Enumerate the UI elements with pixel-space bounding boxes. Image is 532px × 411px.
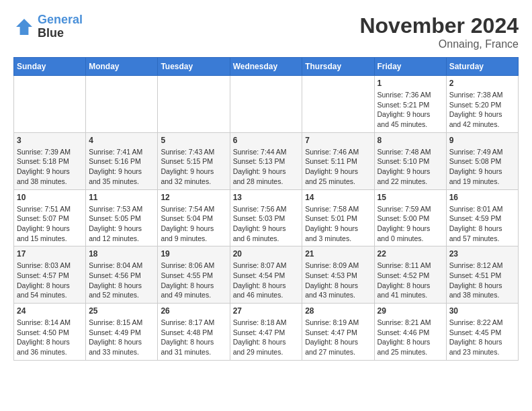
day-number: 18 [89, 249, 154, 259]
calendar-cell: 15Sunrise: 7:59 AM Sunset: 5:00 PM Dayli… [374, 189, 446, 246]
day-info: Sunrise: 8:21 AM Sunset: 4:46 PM Dayligh… [378, 318, 443, 357]
calendar-cell: 30Sunrise: 8:22 AM Sunset: 4:45 PM Dayli… [446, 304, 518, 361]
day-number: 29 [378, 306, 443, 316]
day-info: Sunrise: 7:44 AM Sunset: 5:13 PM Dayligh… [233, 147, 300, 187]
calendar-cell [302, 76, 374, 133]
day-info: Sunrise: 8:15 AM Sunset: 4:49 PM Dayligh… [89, 318, 154, 357]
day-number: 13 [233, 193, 300, 202]
calendar-cell: 11Sunrise: 7:53 AM Sunset: 5:05 PM Dayli… [86, 189, 158, 246]
calendar-cell: 1Sunrise: 7:36 AM Sunset: 5:21 PM Daylig… [374, 76, 446, 133]
title-block: November 2024 Onnaing, France [359, 13, 519, 50]
weekday-header: Monday [86, 58, 158, 76]
location: Onnaing, France [359, 38, 519, 50]
day-number: 21 [305, 249, 371, 259]
day-info: Sunrise: 7:49 AM Sunset: 5:08 PM Dayligh… [449, 147, 515, 187]
calendar-cell: 9Sunrise: 7:49 AM Sunset: 5:08 PM Daylig… [446, 132, 518, 189]
calendar-cell: 13Sunrise: 7:56 AM Sunset: 5:03 PM Dayli… [230, 189, 302, 246]
day-info: Sunrise: 8:11 AM Sunset: 4:52 PM Dayligh… [378, 261, 443, 300]
day-info: Sunrise: 8:04 AM Sunset: 4:56 PM Dayligh… [89, 261, 154, 300]
day-number: 27 [233, 306, 300, 316]
calendar-cell: 12Sunrise: 7:54 AM Sunset: 5:04 PM Dayli… [158, 189, 230, 246]
calendar-cell: 18Sunrise: 8:04 AM Sunset: 4:56 PM Dayli… [86, 246, 158, 304]
logo-icon [13, 16, 35, 38]
day-number: 8 [378, 136, 443, 145]
day-info: Sunrise: 7:46 AM Sunset: 5:11 PM Dayligh… [305, 147, 371, 187]
day-info: Sunrise: 7:48 AM Sunset: 5:10 PM Dayligh… [378, 147, 443, 187]
weekday-header: Wednesday [230, 58, 302, 76]
calendar-cell: 26Sunrise: 8:17 AM Sunset: 4:48 PM Dayli… [158, 304, 230, 361]
calendar-cell: 27Sunrise: 8:18 AM Sunset: 4:47 PM Dayli… [230, 304, 302, 361]
day-info: Sunrise: 7:39 AM Sunset: 5:18 PM Dayligh… [17, 147, 83, 187]
day-number: 7 [305, 136, 371, 145]
calendar-cell: 25Sunrise: 8:15 AM Sunset: 4:49 PM Dayli… [86, 304, 158, 361]
day-number: 14 [305, 193, 371, 202]
day-number: 9 [449, 136, 515, 145]
day-number: 6 [233, 136, 300, 145]
day-number: 17 [17, 249, 83, 259]
day-number: 1 [378, 79, 443, 88]
logo-text: General Blue [38, 13, 83, 40]
svg-marker-0 [16, 19, 32, 35]
day-number: 10 [17, 193, 83, 202]
calendar-week-row: 24Sunrise: 8:14 AM Sunset: 4:50 PM Dayli… [14, 304, 519, 361]
day-info: Sunrise: 8:09 AM Sunset: 4:53 PM Dayligh… [305, 261, 371, 300]
calendar-cell: 5Sunrise: 7:43 AM Sunset: 5:15 PM Daylig… [158, 132, 230, 189]
calendar-cell: 24Sunrise: 8:14 AM Sunset: 4:50 PM Dayli… [14, 304, 86, 361]
day-info: Sunrise: 8:03 AM Sunset: 4:57 PM Dayligh… [17, 261, 83, 300]
calendar-cell: 21Sunrise: 8:09 AM Sunset: 4:53 PM Dayli… [302, 246, 374, 304]
weekday-header: Tuesday [158, 58, 230, 76]
calendar-cell: 17Sunrise: 8:03 AM Sunset: 4:57 PM Dayli… [14, 246, 86, 304]
day-number: 30 [449, 306, 515, 316]
calendar-cell: 3Sunrise: 7:39 AM Sunset: 5:18 PM Daylig… [14, 132, 86, 189]
day-info: Sunrise: 7:43 AM Sunset: 5:15 PM Dayligh… [161, 147, 226, 187]
weekday-header: Thursday [302, 58, 374, 76]
day-number: 5 [161, 136, 226, 145]
day-info: Sunrise: 7:36 AM Sunset: 5:21 PM Dayligh… [378, 90, 443, 130]
day-number: 11 [89, 193, 154, 202]
calendar-cell: 6Sunrise: 7:44 AM Sunset: 5:13 PM Daylig… [230, 132, 302, 189]
calendar-cell: 2Sunrise: 7:38 AM Sunset: 5:20 PM Daylig… [446, 76, 518, 133]
day-info: Sunrise: 7:41 AM Sunset: 5:16 PM Dayligh… [89, 147, 154, 187]
day-info: Sunrise: 7:51 AM Sunset: 5:07 PM Dayligh… [17, 204, 83, 244]
day-info: Sunrise: 8:12 AM Sunset: 4:51 PM Dayligh… [449, 261, 515, 300]
calendar-cell: 16Sunrise: 8:01 AM Sunset: 4:59 PM Dayli… [446, 189, 518, 246]
day-info: Sunrise: 8:07 AM Sunset: 4:54 PM Dayligh… [233, 261, 300, 300]
day-info: Sunrise: 8:22 AM Sunset: 4:45 PM Dayligh… [449, 318, 515, 357]
calendar-week-row: 17Sunrise: 8:03 AM Sunset: 4:57 PM Dayli… [14, 246, 519, 304]
day-number: 24 [17, 306, 83, 316]
calendar-week-row: 10Sunrise: 7:51 AM Sunset: 5:07 PM Dayli… [14, 189, 519, 246]
day-info: Sunrise: 7:56 AM Sunset: 5:03 PM Dayligh… [233, 204, 300, 244]
calendar-cell: 29Sunrise: 8:21 AM Sunset: 4:46 PM Dayli… [374, 304, 446, 361]
calendar-cell: 28Sunrise: 8:19 AM Sunset: 4:47 PM Dayli… [302, 304, 374, 361]
day-number: 20 [233, 249, 300, 259]
calendar-cell: 14Sunrise: 7:58 AM Sunset: 5:01 PM Dayli… [302, 189, 374, 246]
calendar-week-row: 3Sunrise: 7:39 AM Sunset: 5:18 PM Daylig… [14, 132, 519, 189]
day-info: Sunrise: 7:53 AM Sunset: 5:05 PM Dayligh… [89, 204, 154, 244]
day-info: Sunrise: 7:59 AM Sunset: 5:00 PM Dayligh… [378, 204, 443, 244]
day-number: 25 [89, 306, 154, 316]
day-number: 3 [17, 136, 83, 145]
day-number: 28 [305, 306, 371, 316]
calendar-cell [158, 76, 230, 133]
day-info: Sunrise: 7:38 AM Sunset: 5:20 PM Dayligh… [449, 90, 515, 130]
day-info: Sunrise: 8:01 AM Sunset: 4:59 PM Dayligh… [449, 204, 515, 244]
day-number: 16 [449, 193, 515, 202]
calendar-cell: 23Sunrise: 8:12 AM Sunset: 4:51 PM Dayli… [446, 246, 518, 304]
weekday-header: Friday [374, 58, 446, 76]
day-number: 22 [378, 249, 443, 259]
calendar-cell: 10Sunrise: 7:51 AM Sunset: 5:07 PM Dayli… [14, 189, 86, 246]
day-info: Sunrise: 8:18 AM Sunset: 4:47 PM Dayligh… [233, 318, 300, 357]
day-info: Sunrise: 7:54 AM Sunset: 5:04 PM Dayligh… [161, 204, 226, 244]
month-title: November 2024 [359, 13, 519, 38]
calendar-cell [14, 76, 86, 133]
calendar: SundayMondayTuesdayWednesdayThursdayFrid… [13, 57, 519, 361]
day-info: Sunrise: 8:19 AM Sunset: 4:47 PM Dayligh… [305, 318, 371, 357]
calendar-cell: 4Sunrise: 7:41 AM Sunset: 5:16 PM Daylig… [86, 132, 158, 189]
calendar-cell: 7Sunrise: 7:46 AM Sunset: 5:11 PM Daylig… [302, 132, 374, 189]
day-number: 2 [449, 79, 515, 88]
calendar-cell: 22Sunrise: 8:11 AM Sunset: 4:52 PM Dayli… [374, 246, 446, 304]
logo: General Blue [13, 13, 83, 40]
calendar-cell: 20Sunrise: 8:07 AM Sunset: 4:54 PM Dayli… [230, 246, 302, 304]
day-number: 4 [89, 136, 154, 145]
day-number: 12 [161, 193, 226, 202]
